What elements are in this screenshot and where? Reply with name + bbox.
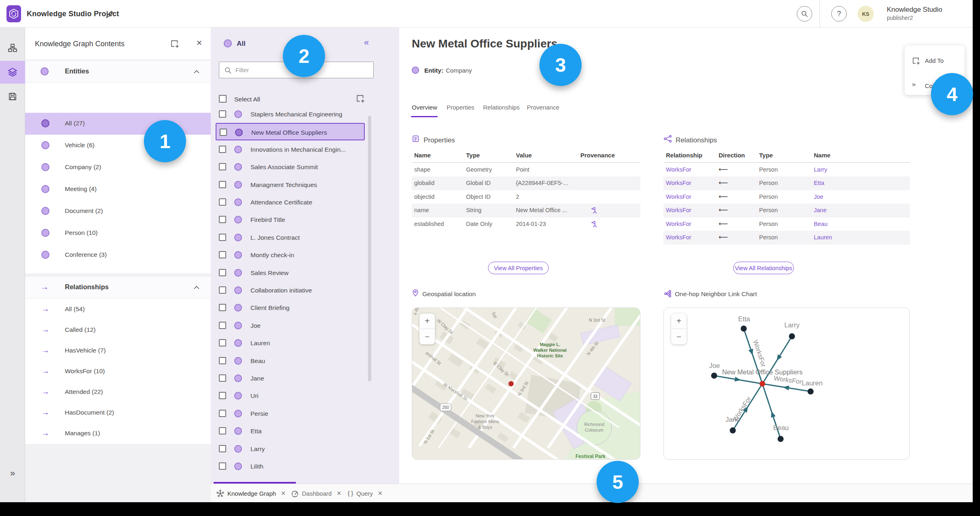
- user-info[interactable]: Knowledge Studio publisher2: [887, 5, 942, 22]
- related-entity-link[interactable]: Joe: [814, 194, 823, 200]
- item-checkbox[interactable]: [219, 234, 226, 241]
- item-checkbox[interactable]: [219, 445, 226, 452]
- entities-section-header[interactable]: Entities: [25, 61, 211, 83]
- list-item[interactable]: Uri: [211, 387, 389, 404]
- close-tab-icon[interactable]: ✕: [281, 490, 286, 497]
- view-all-relationships-button[interactable]: View All Relationships: [733, 262, 794, 274]
- rail-layers-button[interactable]: [0, 61, 25, 84]
- relationships-section-header[interactable]: → Relationships: [25, 277, 211, 299]
- relationship-link[interactable]: WorksFor: [666, 221, 691, 227]
- center-node[interactable]: [760, 381, 765, 387]
- entity-type-row[interactable]: Person (10): [25, 222, 211, 244]
- list-item[interactable]: Client Briefing: [211, 299, 389, 316]
- close-tab-icon[interactable]: ✕: [336, 490, 341, 497]
- item-checkbox[interactable]: [219, 251, 226, 258]
- tab-query[interactable]: { } Query ✕: [348, 484, 383, 502]
- list-item[interactable]: Staplers Mechanical Engineering: [211, 105, 389, 123]
- relationship-link[interactable]: WorksFor: [666, 166, 691, 173]
- list-item[interactable]: Lilith: [211, 458, 389, 475]
- add-to-new-icon[interactable]: [170, 39, 179, 48]
- related-entity-link[interactable]: Larry: [814, 166, 827, 173]
- help-button[interactable]: ?: [831, 6, 847, 22]
- user-avatar[interactable]: KS: [858, 6, 874, 22]
- tab-properties[interactable]: Properties: [447, 104, 474, 111]
- tab-dashboard[interactable]: Dashboard ✕: [291, 484, 341, 502]
- relationship-type-row[interactable]: →Attended (22): [25, 381, 211, 403]
- link-chart-panel[interactable]: + − WorksForWorksForWorksForEttaLarryJoe…: [663, 307, 910, 460]
- zoom-in-button[interactable]: +: [671, 314, 687, 329]
- list-item[interactable]: Collaboration initiative: [211, 282, 389, 299]
- close-tab-icon[interactable]: ✕: [378, 490, 383, 497]
- list-item[interactable]: Montly check-in: [211, 246, 389, 264]
- item-checkbox[interactable]: [219, 410, 226, 417]
- relationship-type-row[interactable]: →All (54): [25, 299, 211, 320]
- expand-rail-button[interactable]: »: [0, 464, 25, 483]
- item-checkbox[interactable]: [219, 392, 226, 399]
- entity-type-row[interactable]: Meeting (4): [25, 178, 211, 200]
- graph-node[interactable]: [789, 333, 795, 340]
- relationship-type-row[interactable]: →HasVehicle (7): [25, 340, 211, 362]
- list-item[interactable]: Attendance Certificate: [211, 194, 389, 211]
- item-checkbox[interactable]: [219, 427, 226, 434]
- graph-node[interactable]: [711, 373, 717, 379]
- tab-knowledge-graph[interactable]: Knowledge Graph ✕: [216, 484, 286, 502]
- list-item[interactable]: Sales Review: [211, 264, 389, 282]
- list-item[interactable]: Etta: [211, 422, 389, 440]
- tab-provenance[interactable]: Provenance: [527, 104, 559, 111]
- relationship-link[interactable]: WorksFor: [666, 234, 691, 241]
- tab-relationships[interactable]: Relationships: [483, 104, 520, 111]
- related-entity-link[interactable]: Jane: [814, 207, 826, 213]
- rail-save-button[interactable]: [0, 85, 25, 108]
- item-checkbox[interactable]: [219, 357, 226, 364]
- entity-type-row[interactable]: Document (2): [25, 200, 211, 222]
- item-checkbox[interactable]: [219, 181, 226, 188]
- list-item[interactable]: Larry: [211, 440, 389, 458]
- scrollbar-thumb[interactable]: [368, 116, 371, 381]
- item-checkbox[interactable]: [219, 269, 226, 276]
- add-to-new-icon[interactable]: [356, 94, 365, 103]
- relationship-link[interactable]: WorksFor: [666, 180, 691, 186]
- graph-node[interactable]: [808, 389, 814, 395]
- close-panel-button[interactable]: ✕: [196, 39, 202, 47]
- chevron-up-icon[interactable]: [194, 70, 199, 73]
- relationship-type-row[interactable]: →Called (12): [25, 319, 211, 341]
- relationship-type-row[interactable]: →WorksFor (10): [25, 361, 211, 383]
- list-item[interactable]: Innovations in Mechanical Engin...: [211, 141, 389, 158]
- related-entity-link[interactable]: Beau: [814, 221, 828, 227]
- zoom-out-button[interactable]: −: [419, 329, 435, 344]
- item-checkbox[interactable]: [219, 462, 226, 470]
- list-item[interactable]: L. Jones Contract: [211, 229, 389, 246]
- provenance-flag-icon[interactable]: [590, 220, 597, 228]
- add-to-action[interactable]: Add To: [905, 51, 965, 71]
- geospatial-map[interactable]: + −: [412, 307, 640, 460]
- list-item[interactable]: Managment Techniques: [211, 176, 389, 194]
- item-checkbox[interactable]: [219, 146, 226, 153]
- item-checkbox[interactable]: [219, 374, 226, 382]
- related-entity-link[interactable]: Etta: [814, 180, 824, 186]
- select-all-checkbox[interactable]: [219, 95, 227, 103]
- item-checkbox[interactable]: [219, 198, 226, 206]
- list-item[interactable]: New Metal Office Suppliers: [216, 123, 365, 140]
- list-item[interactable]: Beau: [211, 352, 389, 370]
- relationship-type-row[interactable]: →Manages (1): [25, 423, 211, 445]
- item-checkbox[interactable]: [219, 339, 226, 346]
- zoom-in-button[interactable]: +: [419, 314, 435, 329]
- collapse-panel-icon[interactable]: «: [364, 37, 369, 48]
- graph-node[interactable]: [741, 326, 747, 332]
- provenance-flag-icon[interactable]: [590, 206, 597, 214]
- list-item[interactable]: Firebird Title: [211, 211, 389, 228]
- rail-hierarchy-button[interactable]: [0, 37, 25, 59]
- relationship-type-row[interactable]: →HasDocument (2): [25, 402, 211, 424]
- zoom-out-button[interactable]: −: [671, 329, 687, 344]
- item-checkbox[interactable]: [219, 163, 226, 170]
- list-item[interactable]: Sales Associate Summit: [211, 158, 389, 176]
- graph-node[interactable]: [778, 436, 784, 442]
- entity-type-row[interactable]: Conference (3): [25, 244, 211, 266]
- item-checkbox[interactable]: [220, 129, 227, 136]
- edit-pencil-icon[interactable]: [106, 10, 114, 18]
- graph-node[interactable]: [730, 428, 736, 434]
- entity-type-row[interactable]: Company (2): [25, 157, 211, 178]
- relationship-link[interactable]: WorksFor: [666, 207, 691, 213]
- item-checkbox[interactable]: [219, 286, 226, 294]
- list-item[interactable]: Joe: [211, 317, 389, 334]
